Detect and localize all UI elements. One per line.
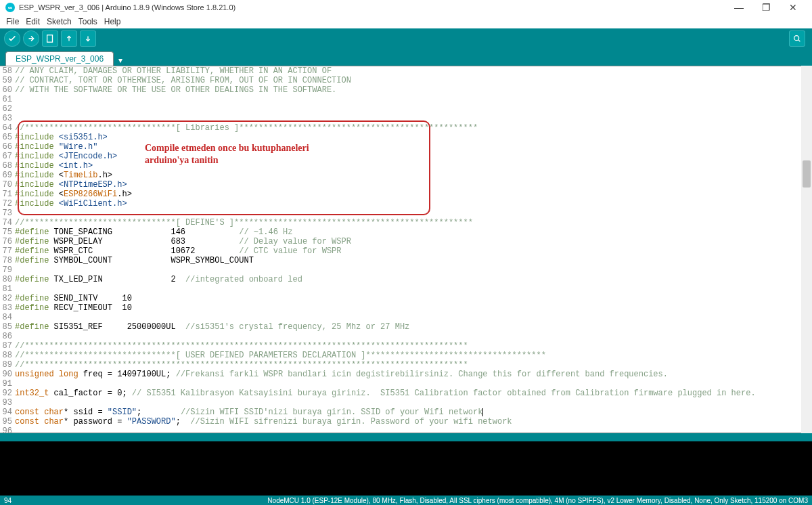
new-button[interactable] [42, 30, 58, 47]
arduino-logo-icon: ∞ [5, 3, 15, 12]
toolbar [0, 28, 812, 49]
tab-menu-button[interactable]: ▾ [115, 55, 126, 66]
console-divider [0, 433, 812, 441]
upload-button[interactable] [23, 30, 39, 47]
menu-edit[interactable]: Edit [22, 17, 43, 26]
sketch-tab-label: ESP_WSPR_ver_3_006 [16, 54, 104, 64]
menu-help[interactable]: Help [101, 17, 125, 26]
editor-area[interactable]: 58// ANY CLAIM, DAMAGES OR OTHER LIABILI… [0, 66, 812, 433]
window-title: ESP_WSPR_ver_3_006 | Arduino 1.8.9 (Wind… [19, 3, 725, 12]
editor-scrollbar[interactable] [801, 66, 812, 433]
tab-strip: ESP_WSPR_ver_3_006 ▾ [0, 49, 812, 66]
scrollbar-thumb[interactable] [803, 160, 811, 188]
menu-bar: File Edit Sketch Tools Help [0, 15, 812, 28]
close-button[interactable]: ✕ [780, 0, 807, 15]
menu-file[interactable]: File [3, 17, 22, 26]
title-bar: ∞ ESP_WSPR_ver_3_006 | Arduino 1.8.9 (Wi… [0, 0, 812, 15]
open-button[interactable] [61, 30, 77, 47]
svg-rect-0 [47, 35, 53, 43]
status-bar: 94 NodeMCU 1.0 (ESP-12E Module), 80 MHz,… [0, 496, 812, 505]
menu-tools[interactable]: Tools [75, 17, 101, 26]
menu-sketch[interactable]: Sketch [43, 17, 75, 26]
verify-button[interactable] [4, 30, 20, 47]
code-editor[interactable]: 58// ANY CLAIM, DAMAGES OR OTHER LIABILI… [0, 66, 812, 433]
status-board-info: NodeMCU 1.0 (ESP-12E Module), 80 MHz, Fl… [12, 497, 808, 504]
svg-point-1 [794, 36, 799, 41]
maximize-button[interactable]: ❐ [752, 0, 780, 15]
serial-monitor-button[interactable] [789, 30, 805, 47]
sketch-tab[interactable]: ESP_WSPR_ver_3_006 [5, 51, 114, 66]
status-line-number: 94 [4, 497, 12, 504]
save-button[interactable] [80, 30, 96, 47]
minimize-button[interactable]: — [725, 0, 752, 15]
console-panel [0, 441, 812, 496]
annotation-text: Compile etmeden once bu kutuphaneleri ar… [145, 142, 309, 167]
